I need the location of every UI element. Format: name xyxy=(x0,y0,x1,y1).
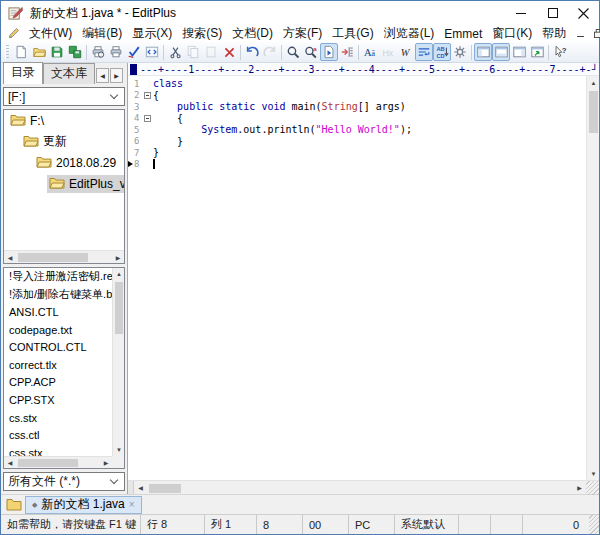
context-help-button[interactable]: ? xyxy=(551,43,569,61)
scroll-right-icon[interactable]: ▶ xyxy=(573,481,586,495)
view-in-browser-button[interactable] xyxy=(143,43,161,61)
scroll-down-icon[interactable]: ▼ xyxy=(587,467,600,480)
replace-button[interactable]: a xyxy=(302,43,320,61)
undo-button[interactable] xyxy=(243,43,261,61)
editplus-window: 新的文档 1.java * - EditPlus 文件(W)编辑(B)显示(X)… xyxy=(0,0,600,535)
word-count-button[interactable]: W xyxy=(397,43,415,61)
fold-minus-icon[interactable] xyxy=(144,92,151,99)
scroll-thumb[interactable] xyxy=(589,91,598,133)
scroll-thumb[interactable] xyxy=(18,459,78,467)
file-list-item[interactable]: cs.stx xyxy=(4,409,112,427)
close-button[interactable] xyxy=(568,1,599,25)
file-filter-select[interactable]: 所有文件 (*.*) xyxy=(3,472,125,491)
sort-button[interactable]: ABCD xyxy=(433,43,451,61)
menu-item-browser[interactable]: 浏览器(L) xyxy=(379,25,440,42)
mdi-restore-button[interactable] xyxy=(590,27,600,41)
go-to-line-button[interactable] xyxy=(338,43,356,61)
fold-toggle[interactable] xyxy=(144,115,153,122)
toolbar-drag-handle[interactable] xyxy=(5,45,9,60)
file-list-item[interactable]: !导入注册激活密钥.re xyxy=(4,268,112,286)
find-button[interactable] xyxy=(284,43,302,61)
scroll-thumb[interactable] xyxy=(115,282,123,334)
scroll-down-icon[interactable]: ▼ xyxy=(113,444,125,456)
status-resize-grip[interactable] xyxy=(589,515,599,534)
toggle-cliptext-window-button[interactable] xyxy=(492,43,510,61)
scroll-left-icon[interactable]: ◀ xyxy=(134,481,147,495)
cut-button[interactable] xyxy=(166,43,184,61)
file-list-item[interactable]: correct.tlx xyxy=(4,356,112,374)
minimize-button[interactable] xyxy=(506,1,537,25)
code-text: public static void main(String[] args) xyxy=(153,101,406,112)
toggle-output-window-button[interactable] xyxy=(510,43,528,61)
word-wrap-button[interactable] xyxy=(415,43,433,61)
menu-item-help[interactable]: 帮助 xyxy=(537,25,571,42)
code-area[interactable]: 1class2{3 public static void main(String… xyxy=(128,76,586,480)
save-file-button[interactable] xyxy=(48,43,66,61)
fold-minus-icon[interactable] xyxy=(144,115,151,122)
toggle-case-button[interactable]: Aā xyxy=(361,43,379,61)
tab-scroll-right-icon[interactable]: ▶ xyxy=(110,68,123,83)
menu-item-edit[interactable]: 编辑(B) xyxy=(77,25,127,42)
print-button[interactable] xyxy=(107,43,125,61)
scroll-thumb[interactable] xyxy=(149,484,181,493)
code-text: class xyxy=(153,78,183,89)
menu-item-search[interactable]: 搜索(S) xyxy=(177,25,227,42)
document-tab[interactable]: ◆ 新的文档 1.java × xyxy=(25,496,142,514)
scroll-up-icon[interactable]: ▲ xyxy=(113,268,125,280)
tree-item-content: 2018.08.29 xyxy=(34,154,118,172)
document-selector-button[interactable] xyxy=(320,43,338,61)
resize-grip[interactable] xyxy=(586,481,599,495)
file-list-item[interactable]: !添加/删除右键菜单.b xyxy=(4,286,112,304)
folder-icon[interactable] xyxy=(3,496,25,514)
tab-directory[interactable]: 目录 xyxy=(3,62,43,84)
status-segment: 行 8 xyxy=(141,515,205,534)
menu-item-window[interactable]: 窗口(K) xyxy=(487,25,537,42)
file-list-item[interactable]: CPP.STX xyxy=(4,391,112,409)
new-file-button[interactable] xyxy=(12,43,30,61)
menu-item-file[interactable]: 文件(W) xyxy=(24,25,77,42)
scroll-right-icon[interactable]: ▶ xyxy=(112,251,124,264)
spell-check-button[interactable] xyxy=(125,43,143,61)
tree-item[interactable]: F:\ xyxy=(4,110,124,131)
code-line-8: 8 xyxy=(128,159,586,171)
file-list-item[interactable]: css.ctl xyxy=(4,426,112,444)
chevron-down-icon xyxy=(110,91,118,99)
tree-item[interactable]: 2018.08.29 xyxy=(4,152,124,173)
tree-item[interactable]: EditPlus_v5.0.12 xyxy=(4,173,124,194)
preferences-button[interactable] xyxy=(451,43,469,61)
menu-item-project[interactable]: 方案(F) xyxy=(278,25,327,42)
maximize-button[interactable] xyxy=(537,1,568,25)
scroll-up-icon[interactable]: ▲ xyxy=(587,76,600,89)
print-preview-button[interactable] xyxy=(89,43,107,61)
save-all-button[interactable] xyxy=(66,43,84,61)
file-list-item[interactable]: CPP.ACP xyxy=(4,374,112,392)
toolbar-separator xyxy=(163,45,164,60)
toolbar-separator xyxy=(86,45,87,60)
code-text: } xyxy=(153,147,159,158)
menu-item-tools[interactable]: 工具(G) xyxy=(327,25,378,42)
editplus-app-icon xyxy=(8,5,24,21)
menu-item-view[interactable]: 显示(X) xyxy=(127,25,177,42)
menu-item-document[interactable]: 文档(D) xyxy=(227,25,278,42)
delete-button[interactable] xyxy=(220,43,238,61)
scroll-left-icon[interactable]: ◀ xyxy=(4,251,16,264)
scroll-left-icon[interactable]: ◀ xyxy=(4,456,16,469)
file-list-item[interactable]: ANSI.CTL xyxy=(4,303,112,321)
tab-cliptext[interactable]: 文本库 xyxy=(43,63,95,84)
scroll-thumb[interactable] xyxy=(18,253,88,262)
scroll-right-icon[interactable]: ▶ xyxy=(100,456,112,469)
toggle-browser-window-button[interactable] xyxy=(528,43,546,61)
status-segment: 8 xyxy=(257,515,303,534)
file-list-item[interactable]: codepage.txt xyxy=(4,321,112,339)
menu-item-emmet[interactable]: Emmet xyxy=(439,27,487,41)
tree-item[interactable]: 更新 xyxy=(4,131,124,152)
tab-scroll-left-icon[interactable]: ◀ xyxy=(96,68,109,83)
tab-close-icon[interactable]: × xyxy=(129,499,135,510)
open-file-button[interactable] xyxy=(30,43,48,61)
toggle-directory-window-button[interactable] xyxy=(474,43,492,61)
fold-toggle[interactable] xyxy=(144,92,153,99)
file-list-item[interactable]: CONTROL.CTL xyxy=(4,338,112,356)
mdi-minimize-button[interactable] xyxy=(572,27,589,41)
sidebar-tabs: 目录 文本库 ◀ ▶ xyxy=(1,63,127,84)
drive-select[interactable]: [F:] xyxy=(3,87,125,106)
